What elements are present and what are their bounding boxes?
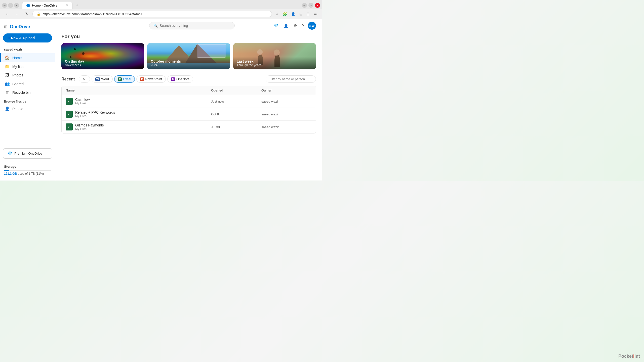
sidebar-item-my-files[interactable]: 📁 My files [0,62,55,71]
avatar-button[interactable]: SW [308,22,316,30]
forward-btn[interactable]: → [13,11,21,17]
filter-excel[interactable]: X Excel [114,75,135,83]
sidebar-item-people-label: People [12,107,23,111]
browser-chrome: ─ □ ✕ Home - OneDrive ✕ + ─ □ ✕ ← → ↻ 🔒 … [0,0,322,19]
filter-all[interactable]: All [79,75,90,83]
extensions-btn[interactable]: 🧩 [281,11,289,17]
rewards-icon[interactable]: 💎 [272,22,280,30]
collections-btn[interactable]: ☰ [305,11,311,17]
window-minimize-btn[interactable]: ─ [302,3,307,8]
sidebar-item-shared-label: Shared [12,82,24,86]
profile-btn[interactable]: 👤 [290,11,297,17]
browser-minimize[interactable]: ─ [2,3,7,8]
favorites-btn[interactable]: ☆ [274,11,280,17]
filter-onenote[interactable]: N OneNote [167,75,193,83]
shared-icon: 👥 [5,81,10,86]
file-owner-1: saeed wazir [261,100,312,103]
browser-tab-active[interactable]: Home - OneDrive ✕ [22,2,72,9]
svg-text:X: X [68,100,69,103]
home-icon: 🏠 [5,55,10,60]
file-cell-3: X Gizmos Payments My Files [66,123,211,131]
table-row[interactable]: X Gizmos Payments My Files Jul 30 saeed … [62,121,316,133]
more-btn[interactable]: ••• [312,11,319,17]
people-icon: 👤 [5,106,10,111]
table-row[interactable]: X Cashflow My Files Just now saeed wazir [62,95,316,108]
refresh-btn[interactable]: ↻ [23,11,30,17]
sidebar-item-recycle-bin-label: Recycle bin [12,90,30,95]
tab-title: Home - OneDrive [32,4,57,7]
sidebar-item-home[interactable]: 🏠 Home [0,53,55,62]
search-input[interactable] [160,24,230,28]
memory-card-last-week[interactable]: Last week Through the years [233,43,316,69]
browser-close[interactable]: ✕ [14,3,19,8]
file-cell-2: X Related + PPC Keywords My Files [66,110,211,118]
window-maximize-btn[interactable]: □ [308,3,313,8]
excel-file-icon-3: X [66,123,73,130]
filter-word[interactable]: W Word [92,75,113,83]
file-opened-2: Oct 8 [211,112,261,116]
tab-bar: ─ □ ✕ Home - OneDrive ✕ + ─ □ ✕ [0,0,322,9]
for-you-section: For you On this day Novemb [55,30,322,73]
for-you-title: For you [61,34,316,39]
photos-icon: 🖼 [5,73,10,77]
nav-actions: ☆ 🧩 👤 ⊞ ☰ ••• [274,11,319,17]
search-bar[interactable]: 🔍 [149,22,235,29]
apps-grid-icon[interactable]: ⊞ [4,24,7,29]
file-owner-2: saeed wazir [261,112,312,116]
file-opened-3: Jul 30 [211,125,261,129]
recent-title: Recent [61,77,75,81]
file-info-1: Cashflow My Files [75,98,90,105]
card-2-title: October moments [151,59,226,63]
sidebar-item-recycle-bin[interactable]: 🗑 Recycle bin [0,88,55,97]
diamond-icon: 💎 [7,151,12,156]
storage-title: Storage [4,165,51,168]
premium-label: Premium OneDrive [14,152,42,155]
memory-card-on-this-day[interactable]: On this day November 4 [61,43,144,69]
recycle-bin-icon: 🗑 [5,90,10,95]
new-upload-label: + New & Upload [8,36,35,40]
sidebar-item-people[interactable]: 👤 People [0,104,55,113]
recent-header: Recent All W Word X Excel [61,75,316,83]
sidebar-item-photos-label: Photos [12,73,23,77]
powerpoint-icon: P [140,77,144,81]
filter-input[interactable] [266,75,316,83]
card-overlay-3: Last week Through the years [233,57,316,69]
new-tab-btn[interactable]: + [73,2,81,9]
excel-icon: X [118,77,122,81]
app-layout: ⊞ OneDrive + New & Upload saeed wazir 🏠 … [0,19,322,180]
address-bar[interactable]: 🔒 https://onedrive.live.com/?id=root&cid… [32,11,272,17]
sidebar-item-my-files-label: My files [12,65,24,69]
help-icon[interactable]: ? [301,22,306,29]
filter-powerpoint[interactable]: P PowerPoint [136,75,166,83]
file-cell-1: X Cashflow My Files [66,98,211,105]
header-actions: 💎 👤 ⚙ ? SW [272,22,316,30]
browse-nav: 👤 People [0,104,55,113]
file-path-1: My Files [75,102,90,105]
tab-close-btn[interactable]: ✕ [66,4,68,7]
table-header: Name Opened Owner [62,86,316,95]
back-btn[interactable]: ← [3,11,11,17]
card-1-title: On this day [65,59,141,63]
sidebar-btn[interactable]: ⊞ [298,11,304,17]
settings-icon[interactable]: ⚙ [292,22,299,30]
storage-section: Storage 121.1 GB used of 1 TB (11%) [0,162,55,177]
storage-bar-background [4,170,51,171]
onenote-tab-label: OneNote [176,77,189,81]
excel-file-icon-1: X [66,98,73,105]
premium-button[interactable]: 💎 Premium OneDrive [3,148,52,159]
svg-text:X: X [68,113,69,116]
table-row[interactable]: X Related + PPC Keywords My Files Oct 8 … [62,108,316,121]
browser-maximize[interactable]: □ [8,3,13,8]
file-name-1: Cashflow [75,98,90,102]
nav-bar: ← → ↻ 🔒 https://onedrive.live.com/?id=ro… [0,9,322,19]
memory-card-october[interactable]: October moments 2024 [147,43,230,69]
sidebar-item-photos[interactable]: 🖼 Photos [0,71,55,79]
sidebar-item-shared[interactable]: 👥 Shared [0,79,55,88]
new-upload-button[interactable]: + New & Upload [3,33,52,42]
word-tab-label: Word [101,77,109,81]
window-close-btn[interactable]: ✕ [315,3,320,8]
share-icon[interactable]: 👤 [282,22,290,30]
file-path-2: My Files [75,114,115,118]
card-3-title: Last week [237,59,312,63]
recent-section: Recent All W Word X Excel [55,73,322,138]
